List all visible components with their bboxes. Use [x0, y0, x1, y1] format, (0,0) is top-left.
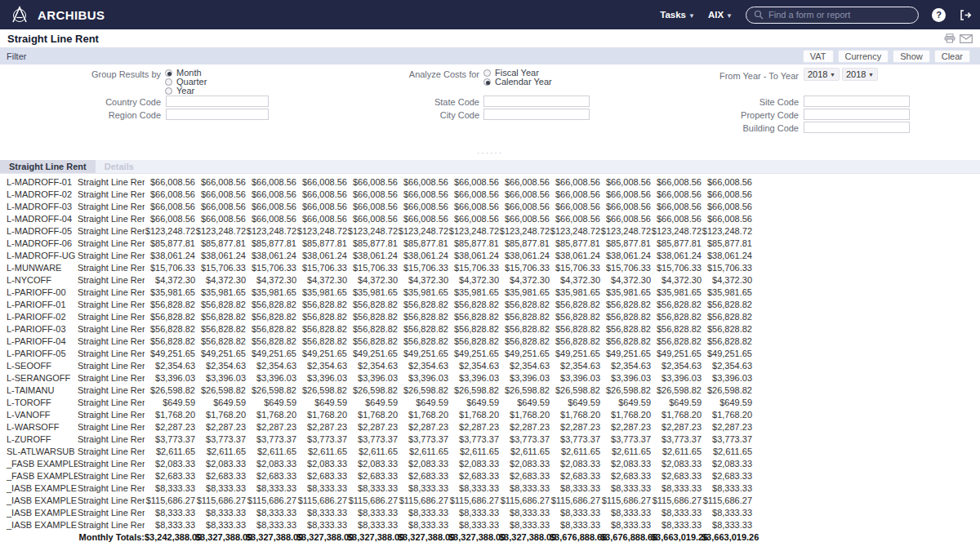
vat-button[interactable]: VAT [803, 50, 834, 63]
property-code-input[interactable] [804, 109, 910, 120]
month-value-cell: $56,828.82 [499, 311, 550, 323]
month-value-cell: $4,372.30 [246, 274, 296, 287]
month-value-cell: $66,008.56 [550, 176, 600, 189]
tasks-menu[interactable]: Tasks▼ [660, 10, 695, 20]
monthly-total-cell: $3,676,888.68 [600, 531, 651, 544]
month-value-cell: $26,598.82 [347, 384, 398, 397]
help-button[interactable]: ? [932, 8, 946, 22]
month-value-cell: $2,287.23 [702, 421, 752, 433]
table-row[interactable]: L-MADROFF-06Straight Line Rent$85,877.81… [0, 238, 980, 250]
month-value-cell: $66,008.56 [246, 213, 296, 225]
table-row[interactable]: L-ZUROFFStraight Line Rent$3,773.37$3,77… [0, 433, 980, 446]
table-row[interactable]: L-MADROFF-UGStraight Line Rent$38,061.24… [0, 250, 980, 262]
month-value-cell: $2,611.65 [600, 446, 651, 458]
table-row[interactable]: L-MADROFF-04Straight Line Rent$66,008.56… [0, 213, 980, 225]
sign-out-icon [959, 9, 972, 21]
table-row[interactable]: L-PARIOFF-01Straight Line Rent$56,828.82… [0, 299, 980, 311]
month-value-cell: $4,372.30 [145, 274, 195, 287]
radio-quarter[interactable]: Quarter [165, 78, 207, 86]
cost-type-cell: Straight Line Rent [78, 409, 145, 421]
radio-fiscal-year[interactable]: Fiscal Year [483, 69, 539, 77]
panel-splitter[interactable]: ······ [0, 150, 980, 157]
table-row[interactable]: L-SERANGOFFStraight Line Rent$3,396.03$3… [0, 372, 980, 384]
building-code-input[interactable] [804, 122, 910, 133]
table-row[interactable]: L-SEOOFFStraight Line Rent$2,354.63$2,35… [0, 360, 980, 372]
table-row[interactable]: SL-ATLWARSUBStraight Line Rent$2,611.65$… [0, 446, 980, 458]
state-code-input[interactable] [483, 96, 590, 107]
table-row[interactable]: _IASB EXAMPLE AFStraight Line Rent$115,6… [0, 495, 980, 507]
table-row[interactable]: _IASB EXAMPLE AStraight Line Rent$8,333.… [0, 482, 980, 495]
month-value-cell: $2,287.23 [448, 421, 499, 433]
month-value-cell: $66,008.56 [550, 213, 600, 225]
aix-menu[interactable]: AIX▼ [708, 10, 733, 20]
region-code-input[interactable] [166, 109, 269, 120]
table-row[interactable]: L-PARIOFF-00Straight Line Rent$35,981.65… [0, 287, 980, 299]
table-row[interactable]: L-MADROFF-03Straight Line Rent$66,008.56… [0, 201, 980, 213]
month-value-cell: $38,061.24 [448, 250, 499, 262]
table-row[interactable]: L-WARSOFFStraight Line Rent$2,287.23$2,2… [0, 421, 980, 433]
search-input[interactable] [768, 10, 911, 20]
site-code-input[interactable] [804, 96, 910, 107]
table-row[interactable]: _FASB EXAMPLE 28Straight Line Rent$2,083… [0, 458, 980, 470]
currency-button[interactable]: Currency [838, 50, 889, 63]
country-code-input[interactable] [166, 96, 269, 107]
radio-icon [483, 78, 491, 86]
sign-out-button[interactable] [959, 9, 972, 21]
from-year-select[interactable]: 2018▼ [804, 68, 840, 81]
table-row[interactable]: _IASB EXAMPLE AOStraight Line Rent$8,333… [0, 507, 980, 519]
month-value-cell: $2,287.23 [296, 421, 347, 433]
month-value-cell: $66,008.56 [195, 176, 246, 189]
month-value-cell: $3,773.37 [499, 433, 550, 446]
table-row[interactable]: L-PARIOFF-05Straight Line Rent$49,251.65… [0, 348, 980, 360]
city-code-input[interactable] [483, 109, 590, 120]
print-icon[interactable] [944, 33, 956, 43]
lease-code-cell: L-WARSOFF [0, 421, 78, 433]
tab-details[interactable]: Details [96, 160, 143, 173]
month-value-cell: $66,008.56 [499, 201, 550, 213]
table-row[interactable]: L-MUNWAREStraight Line Rent$15,706.33$15… [0, 262, 980, 274]
month-value-cell: $8,333.33 [448, 482, 499, 495]
clear-button[interactable]: Clear [934, 50, 970, 63]
month-value-cell: $66,008.56 [296, 201, 347, 213]
mail-icon[interactable] [960, 34, 973, 43]
table-row[interactable]: L-MADROFF-02Straight Line Rent$66,008.56… [0, 189, 980, 201]
table-row[interactable]: L-TAIMANUStraight Line Rent$26,598.82$26… [0, 384, 980, 397]
month-value-cell: $123,248.72 [296, 225, 347, 238]
table-row[interactable]: L-NYCOFFStraight Line Rent$4,372.30$4,37… [0, 274, 980, 287]
table-row[interactable]: L-MADROFF-05Straight Line Rent$123,248.7… [0, 225, 980, 238]
month-value-cell: $2,611.65 [398, 446, 448, 458]
table-row[interactable]: L-PARIOFF-02Straight Line Rent$56,828.82… [0, 311, 980, 323]
month-value-cell: $115,686.27 [398, 495, 448, 507]
table-row[interactable]: L-TOROFFStraight Line Rent$649.59$649.59… [0, 397, 980, 409]
table-row[interactable]: L-PARIOFF-03Straight Line Rent$56,828.82… [0, 323, 980, 335]
show-button[interactable]: Show [893, 50, 930, 63]
radio-year[interactable]: Year [165, 87, 194, 95]
month-value-cell: $66,008.56 [296, 213, 347, 225]
radio-calendar-year[interactable]: Calendar Year [483, 78, 552, 86]
month-value-cell: $56,828.82 [296, 299, 347, 311]
radio-month[interactable]: Month [165, 69, 202, 77]
month-value-cell: $66,008.56 [398, 176, 448, 189]
month-value-cell: $56,828.82 [651, 335, 702, 348]
month-value-cell: $35,981.65 [246, 287, 296, 299]
region-code-label: Region Code [47, 110, 161, 120]
cost-type-cell: Straight Line Rent [78, 360, 145, 372]
table-row[interactable]: L-PARIOFF-04Straight Line Rent$56,828.82… [0, 335, 980, 348]
month-value-cell: $56,828.82 [448, 323, 499, 335]
table-row[interactable]: _FASB EXAMPLE 29Straight Line Rent$2,683… [0, 470, 980, 482]
month-value-cell: $649.59 [651, 397, 702, 409]
table-row[interactable]: _IASB EXAMPLE AUStraight Line Rent$8,333… [0, 519, 980, 531]
to-year-select[interactable]: 2018▼ [842, 68, 878, 81]
table-row[interactable]: L-MADROFF-01Straight Line Rent$66,008.56… [0, 176, 980, 189]
month-value-cell: $66,008.56 [246, 189, 296, 201]
month-value-cell: $2,683.33 [246, 470, 296, 482]
month-value-cell: $49,251.65 [600, 348, 651, 360]
month-value-cell: $38,061.24 [651, 250, 702, 262]
global-search[interactable] [746, 7, 919, 24]
month-value-cell: $649.59 [398, 397, 448, 409]
tab-straight-line-rent[interactable]: Straight Line Rent [0, 160, 96, 173]
table-row[interactable]: L-VANOFFStraight Line Rent$1,768.20$1,76… [0, 409, 980, 421]
month-value-cell: $8,333.33 [347, 519, 398, 531]
month-value-cell: $115,686.27 [600, 495, 651, 507]
month-value-cell: $35,981.65 [296, 287, 347, 299]
